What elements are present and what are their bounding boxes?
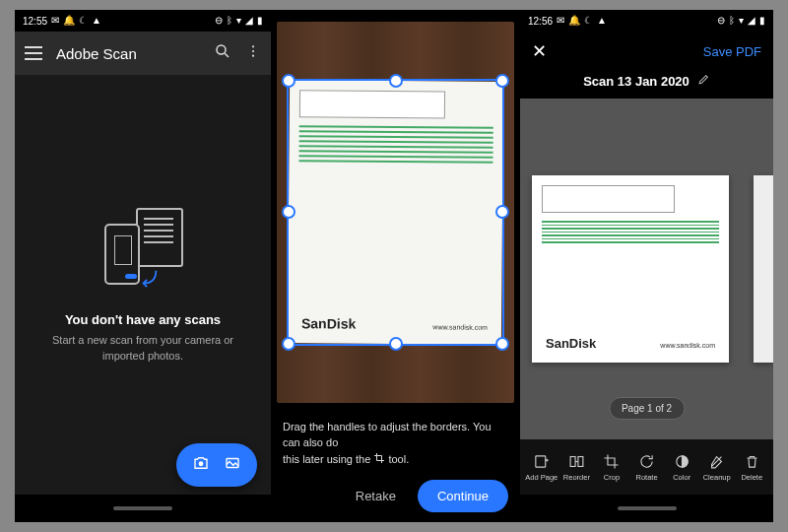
warning-icon: ▲ (597, 16, 607, 26)
svg-point-2 (252, 45, 254, 47)
android-navbar[interactable] (520, 495, 773, 522)
tool-cleanup[interactable]: Cleanup (699, 453, 735, 482)
bell-icon: 🔔 (568, 16, 580, 26)
tool-crop[interactable]: Crop (594, 453, 629, 482)
tool-label: Color (673, 473, 690, 482)
svg-rect-9 (578, 456, 583, 466)
moon-icon: ☾ (79, 16, 88, 26)
next-page-peek[interactable] (754, 175, 773, 363)
wifi-icon: ▾ (739, 16, 744, 26)
search-button[interactable] (214, 42, 231, 64)
svg-line-1 (225, 53, 229, 57)
svg-point-0 (217, 45, 226, 54)
crop-tip: Drag the handles to adjust the borders. … (271, 409, 520, 472)
page-indicator: Page 1 of 2 (609, 397, 685, 420)
tool-rotate[interactable]: Rotate (629, 453, 665, 482)
status-bar: 12:55 ✉ 🔔 ☾ ▲ ⊖ ᛒ ▾ ◢ ▮ (15, 10, 271, 32)
empty-state: You don't have any scans Start a new sca… (15, 75, 271, 495)
tool-add-page[interactable]: Add Page (524, 453, 559, 482)
signal-icon: ◢ (748, 16, 755, 26)
crop-icon (373, 452, 385, 469)
crop-handle-tm[interactable] (389, 74, 403, 88)
app-bar: Adobe Scan (15, 32, 271, 75)
screen-library: 12:55 ✉ 🔔 ☾ ▲ ⊖ ᛒ ▾ ◢ ▮ Adobe Scan (15, 10, 271, 522)
tool-label: Add Page (525, 473, 558, 482)
edit-toolbar: Add PageReorderCropRotateColorCleanupDel… (520, 439, 773, 495)
tool-label: Cleanup (703, 473, 731, 482)
screen-crop: SanDisk www.sandisk.com (271, 10, 520, 522)
document-url: www.sandisk.com (660, 342, 715, 349)
new-scan-fab[interactable] (176, 443, 257, 487)
crop-handle-lm[interactable] (282, 205, 296, 219)
svg-rect-7 (536, 455, 546, 466)
svg-point-3 (252, 50, 254, 52)
empty-subtitle: Start a new scan from your camera or imp… (34, 333, 251, 364)
page-carousel[interactable]: SanDisk www.sandisk.com Page 1 of 2 (520, 99, 773, 439)
empty-title: You don't have any scans (65, 312, 221, 327)
continue-button[interactable]: Continue (418, 480, 508, 512)
mail-icon: ✉ (51, 16, 59, 26)
crop-handle-bl[interactable] (282, 337, 296, 351)
svg-rect-8 (570, 456, 575, 466)
warning-icon: ▲ (92, 16, 101, 26)
crop-handle-br[interactable] (495, 337, 509, 351)
svg-point-4 (252, 55, 254, 57)
mail-icon: ✉ (557, 16, 564, 26)
more-button[interactable] (245, 43, 261, 63)
tool-reorder[interactable]: Reorder (559, 453, 595, 482)
dnd-icon: ⊖ (215, 16, 223, 26)
moon-icon: ☾ (584, 16, 593, 26)
crop-handle-rm[interactable] (495, 205, 509, 219)
crop-frame[interactable] (287, 79, 504, 346)
bt-icon: ᛒ (227, 16, 232, 26)
bt-icon: ᛒ (729, 16, 735, 26)
save-pdf-button[interactable]: Save PDF (703, 44, 761, 59)
menu-button[interactable] (25, 46, 42, 60)
battery-icon: ▮ (759, 16, 765, 26)
crop-handle-bm[interactable] (389, 337, 403, 351)
gallery-icon (224, 454, 241, 476)
scan-preview: SanDisk www.sandisk.com (271, 10, 520, 409)
retake-button[interactable]: Retake (346, 481, 406, 511)
scan-title: Scan 13 Jan 2020 (583, 74, 690, 89)
tool-delete[interactable]: Delete (734, 453, 769, 482)
empty-illustration (98, 206, 187, 295)
status-bar: 12:56 ✉ 🔔 ☾ ▲ ⊖ ᛒ ▾ ◢ ▮ (520, 10, 773, 32)
tool-label: Rotate (635, 473, 657, 482)
close-button[interactable]: ✕ (532, 40, 547, 62)
android-navbar[interactable] (15, 495, 271, 522)
tool-color[interactable]: Color (664, 453, 699, 482)
status-time: 12:55 (23, 16, 47, 27)
svg-point-5 (199, 461, 204, 466)
wifi-icon: ▾ (236, 16, 241, 26)
document-logo: SanDisk (546, 336, 596, 351)
tool-label: Crop (604, 473, 620, 482)
tool-label: Reorder (563, 473, 590, 482)
page-thumbnail[interactable]: SanDisk www.sandisk.com (532, 175, 729, 363)
battery-icon: ▮ (257, 16, 263, 26)
camera-icon (192, 454, 210, 476)
bell-icon: 🔔 (63, 16, 75, 26)
screen-review: 12:56 ✉ 🔔 ☾ ▲ ⊖ ᛒ ▾ ◢ ▮ ✕ Save PDF Scan … (520, 10, 773, 522)
status-time: 12:56 (528, 16, 553, 27)
rename-button[interactable] (697, 73, 710, 89)
tool-label: Delete (741, 473, 762, 482)
signal-icon: ◢ (245, 16, 253, 26)
crop-handle-tr[interactable] (495, 74, 509, 88)
app-title: Adobe Scan (56, 45, 200, 62)
crop-handle-tl[interactable] (282, 74, 296, 88)
dnd-icon: ⊖ (717, 16, 725, 26)
